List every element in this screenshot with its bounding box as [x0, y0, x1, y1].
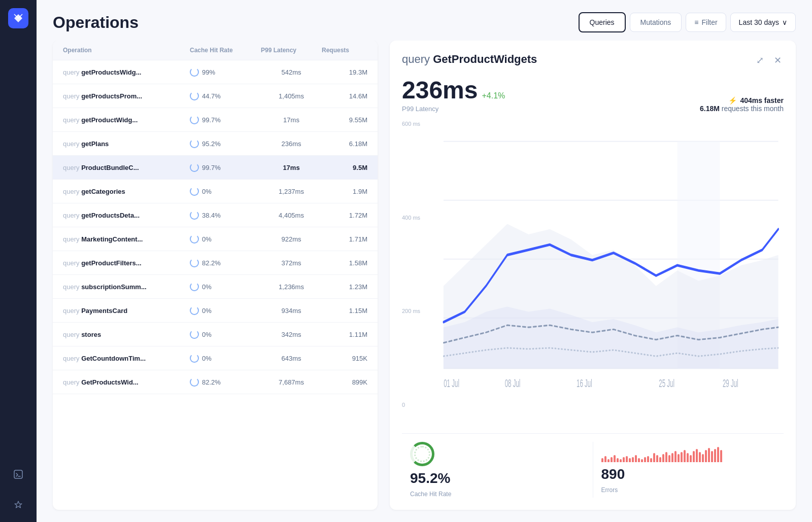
operation-cell: query subscriptionSumm... — [63, 283, 190, 291]
error-bar — [611, 457, 613, 462]
op-type: query — [63, 116, 81, 124]
cache-value: 0% — [202, 355, 212, 362]
operation-cell: query stores — [63, 331, 190, 338]
error-bar — [662, 454, 664, 462]
error-bar — [641, 459, 643, 462]
error-bar — [653, 453, 655, 462]
operation-cell: query ProductBundleC... — [63, 164, 190, 171]
op-name: GetCountdownTim... — [81, 355, 146, 362]
table-row[interactable]: query PaymentsCard 0% 934ms 1.15M — [53, 299, 378, 323]
cache-hit-value: 95.2% — [410, 470, 450, 486]
cache-spinner-icon — [190, 306, 199, 315]
table-row[interactable]: query ProductBundleC... 99.7% 17ms 9.5M — [53, 156, 378, 180]
cache-value: 38.4% — [202, 212, 221, 219]
metric-latency: 236ms +4.1% P99 Latency — [402, 76, 505, 113]
errors-label: Errors — [601, 486, 618, 494]
op-name: subscriptionSumm... — [81, 283, 147, 291]
latency-cell: 1,236ms — [261, 283, 322, 291]
latency-cell: 7,687ms — [261, 378, 322, 386]
op-name: MarketingContent... — [81, 235, 143, 243]
latency-cell: 17ms — [261, 116, 322, 124]
col-header-operation: Operation — [63, 47, 190, 54]
sidebar-logo[interactable] — [8, 8, 28, 28]
col-header-cache: Cache Hit Rate — [190, 47, 261, 54]
table-row[interactable]: query MarketingContent... 0% 922ms 1.71M — [53, 227, 378, 251]
requests-cell: 9.55M — [322, 116, 367, 124]
table-row[interactable]: query getProductsDeta... 38.4% 4,405ms 1… — [53, 203, 378, 227]
close-button[interactable]: ✕ — [772, 53, 784, 68]
cache-value: 99% — [202, 68, 215, 76]
queries-button[interactable]: Queries — [579, 12, 626, 32]
requests-value: 6.18M — [700, 105, 720, 113]
errors-value: 890 — [601, 466, 625, 482]
latency-cell: 17ms — [261, 164, 322, 171]
table-row[interactable]: query getProductFilters... 82.2% 372ms 1… — [53, 251, 378, 275]
cache-cell: 0% — [190, 234, 261, 243]
cache-cell: 44.7% — [190, 91, 261, 100]
error-bar — [671, 453, 673, 462]
svg-text:16 Jul: 16 Jul — [577, 377, 592, 390]
op-type: query — [63, 212, 81, 219]
mutations-button[interactable]: Mutations — [630, 13, 682, 32]
cache-value: 44.7% — [202, 92, 221, 100]
thumbsup-icon[interactable] — [9, 496, 27, 514]
metric-right: ⚡ 404ms faster 6.18M requests this month — [700, 96, 784, 113]
error-bar — [687, 453, 689, 462]
chart-y-labels: 600 ms 400 ms 200 ms 0 — [402, 121, 420, 410]
table-row[interactable]: query getProductsWidg... 99% 542ms 19.3M — [53, 60, 378, 84]
latency-delta: +4.1% — [482, 91, 505, 100]
op-type: query — [63, 355, 81, 362]
table-row[interactable]: query getProductWidg... 99.7% 17ms 9.55M — [53, 108, 378, 132]
table-row[interactable]: query stores 0% 342ms 1.11M — [53, 323, 378, 346]
svg-rect-0 — [14, 470, 22, 478]
error-bar — [601, 458, 603, 462]
cache-spinner-icon — [190, 330, 199, 339]
cache-cell: 95.2% — [190, 139, 261, 148]
filter-button[interactable]: ≡ Filter — [686, 13, 726, 32]
table-row[interactable]: query getProductsProm... 44.7% 1,405ms 1… — [53, 84, 378, 108]
table-row[interactable]: query getCategories 0% 1,237ms 1.9M — [53, 180, 378, 203]
op-type: query — [63, 164, 81, 171]
cache-spinner-icon — [190, 282, 199, 291]
latency-cell: 643ms — [261, 355, 322, 362]
table-row[interactable]: query GetProductsWid... 82.2% 7,687ms 89… — [53, 370, 378, 394]
table-row[interactable]: query subscriptionSumm... 0% 1,236ms 1.2… — [53, 275, 378, 299]
chevron-down-icon: ∨ — [782, 18, 787, 26]
detail-header: query GetProductWidgets ⤢ ✕ — [402, 53, 784, 68]
cache-cell: 99% — [190, 67, 261, 77]
main-content: Operations Queries Mutations ≡ Filter La… — [37, 0, 812, 522]
operation-cell: query getProductsProm... — [63, 92, 190, 100]
error-bar — [711, 451, 713, 462]
table-row[interactable]: query getPlans 95.2% 236ms 6.18M — [53, 132, 378, 156]
cache-spinner-icon — [190, 139, 199, 148]
error-bar — [665, 452, 667, 462]
error-bar — [656, 455, 658, 462]
date-range-button[interactable]: Last 30 days ∨ — [730, 13, 796, 32]
error-bars-chart — [601, 442, 722, 462]
error-bar — [607, 459, 610, 462]
cache-value: 0% — [202, 307, 212, 315]
speed-icon: ⚡ — [728, 96, 737, 105]
error-bar — [693, 451, 695, 462]
cache-spinner-icon — [190, 354, 199, 363]
op-type: query — [63, 140, 81, 148]
table-row[interactable]: query GetCountdownTim... 0% 643ms 915K — [53, 346, 378, 370]
op-name: GetProductsWid... — [81, 378, 139, 386]
operation-cell: query getCategories — [63, 188, 190, 195]
error-bar — [638, 458, 640, 462]
requests-cell: 915K — [322, 355, 367, 362]
terminal-icon[interactable] — [9, 465, 27, 483]
error-bar — [668, 455, 670, 462]
operations-table: Operation Cache Hit Rate P99 Latency Req… — [53, 41, 378, 510]
cache-cell: 38.4% — [190, 211, 261, 220]
svg-text:01 Jul: 01 Jul — [444, 377, 459, 390]
error-bar — [720, 450, 722, 462]
operation-cell: query GetCountdownTim... — [63, 355, 190, 362]
cache-spinner-icon — [190, 211, 199, 220]
op-name: ProductBundleC... — [81, 164, 139, 171]
operation-cell: query MarketingContent... — [63, 235, 190, 243]
cache-spinner-icon — [190, 91, 199, 100]
bottom-cards: 95.2% Cache Hit Rate 890 Errors — [402, 433, 784, 498]
expand-button[interactable]: ⤢ — [754, 53, 766, 68]
error-bar — [674, 451, 676, 462]
